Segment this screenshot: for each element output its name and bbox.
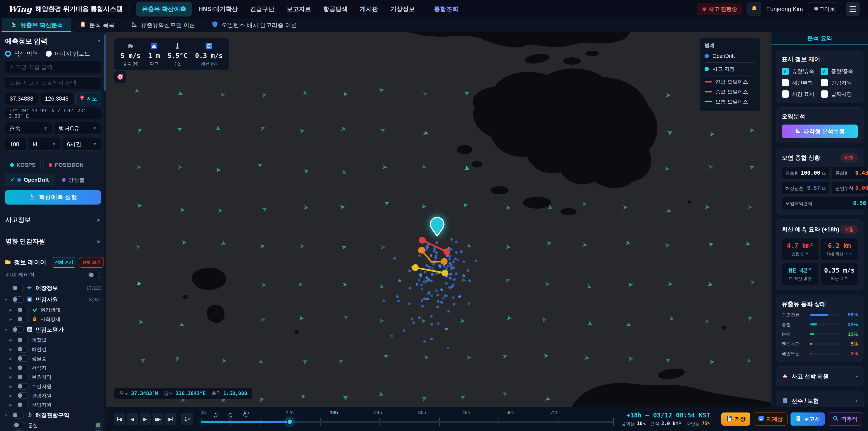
timeline-label-72h[interactable]: 72h — [550, 410, 558, 415]
display-option-풍향/풍속[interactable]: ✓풍향/풍속 — [821, 68, 858, 75]
unit-select[interactable]: kL▼ — [29, 138, 60, 151]
timeline-label-12h[interactable]: 12h — [286, 410, 294, 415]
model-chip-POSEIDON[interactable]: POSEIDON — [43, 159, 89, 171]
menu-item-1[interactable]: HNS·대기확산 — [193, 2, 243, 17]
checkbox-checked-icon[interactable]: ✓ — [821, 68, 828, 75]
tab-2[interactable]: 유출유확산모델 이론 — [123, 18, 203, 32]
duration-select[interactable]: 6시간▼ — [63, 138, 101, 151]
layer-toggle[interactable] — [17, 355, 29, 362]
layer-toggle[interactable] — [12, 326, 24, 333]
playback-speed-button[interactable]: 1× — [181, 413, 193, 425]
layer-toggle[interactable] — [17, 374, 29, 380]
chevron-right-icon[interactable]: ▶ — [9, 357, 14, 361]
logout-button[interactable]: 로그아웃 — [808, 2, 841, 16]
checkbox-icon[interactable] — [821, 79, 828, 86]
menu-item-4[interactable]: 항공탐색 — [318, 2, 353, 17]
timeline-label-60h[interactable]: 60h — [506, 410, 514, 415]
color-swatch-icon[interactable] — [95, 422, 101, 429]
layer-toggle[interactable] — [12, 412, 24, 419]
timeline-thumb[interactable] — [287, 419, 293, 425]
run-prediction-button[interactable]: 확산예측 실행 — [5, 190, 101, 205]
layer-toggle[interactable] — [13, 422, 25, 429]
layer-toggle[interactable] — [17, 316, 29, 322]
checkbox-checked-icon[interactable]: ✓ — [782, 68, 789, 75]
fence-deploy-marker-icon[interactable] — [213, 413, 218, 419]
display-option-유향/유속[interactable]: ✓유향/유속 — [782, 68, 819, 75]
display-option-해안부착[interactable]: 해안부착 — [782, 79, 819, 86]
layer-toggle[interactable] — [17, 392, 29, 399]
menu-item-0[interactable]: 유출유 확산예측 — [136, 2, 192, 17]
menu-item-6[interactable]: 기상정보 — [385, 2, 420, 17]
checkbox-icon[interactable] — [782, 90, 789, 98]
master-layer-toggle[interactable] — [88, 272, 100, 278]
polygon-analysis-button[interactable]: 다각형 분석수행 — [782, 125, 858, 138]
menu-item-2[interactable]: 긴급구난 — [245, 2, 280, 17]
longitude-input[interactable] — [44, 95, 69, 102]
model-chip-OpenDrift[interactable]: ✓OpenDrift — [5, 174, 54, 186]
menu-item-3[interactable]: 보고자료 — [281, 2, 316, 17]
pick-on-map-button[interactable]: 지도 — [75, 92, 101, 105]
timeline-label-18h[interactable]: 18h — [330, 410, 338, 415]
recenter-target-button[interactable] — [114, 71, 126, 83]
skip-start-button[interactable]: ◀ — [114, 413, 125, 425]
skip-end-button[interactable]: ▶ — [165, 413, 176, 425]
color-swatch-icon[interactable] — [95, 430, 101, 431]
timeline-track[interactable]: 0h6h12h18h24h36h48h60h72h — [201, 407, 614, 431]
radio-image-upload[interactable]: 이미지 업로드 — [46, 50, 90, 57]
layer-toggle[interactable] — [17, 346, 29, 352]
보고서-button[interactable]: 보고서 — [790, 412, 825, 426]
layer-toggle[interactable] — [17, 383, 29, 390]
fence-deploy-marker-icon[interactable] — [228, 413, 233, 419]
timeline-label-0h[interactable]: 0h — [200, 410, 206, 415]
layers-all-on-button[interactable]: 전체 켜기 — [52, 257, 76, 268]
timeline-label-36h[interactable]: 36h — [418, 410, 426, 415]
incident-list-input[interactable] — [9, 79, 97, 86]
menu-item-7[interactable]: 통합조회 — [425, 2, 464, 17]
scrollbar-thumb[interactable] — [104, 34, 105, 91]
tab-1[interactable]: 분석 목록 — [71, 18, 123, 32]
play-button[interactable]: ▶ — [140, 413, 151, 425]
spill-type-select[interactable]: 연속▼ — [5, 122, 52, 135]
tab-0[interactable]: 유출유 확산분석 — [2, 18, 71, 32]
chevron-right-icon[interactable]: ▶ — [9, 384, 14, 389]
radio-direct-input[interactable]: 직접 입력 — [5, 50, 38, 57]
incident-name-input[interactable] — [9, 63, 97, 70]
layer-toggle[interactable] — [17, 365, 29, 371]
display-option-민감자원[interactable]: 민감자원 — [821, 79, 858, 86]
chevron-right-icon[interactable]: ▶ — [9, 375, 14, 379]
chevron-right-icon[interactable]: ▶ — [9, 366, 14, 370]
layer-toggle[interactable] — [12, 285, 24, 291]
summary-card-1[interactable]: 선주 / 보험▸ — [776, 391, 864, 407]
tab-3[interactable]: 오일펜스 배치 알고리즘 이론 — [204, 18, 305, 32]
summary-card-0[interactable]: 사고 선박 제원▸ — [776, 366, 864, 386]
model-chip-KOSPS[interactable]: KOSPS — [5, 159, 41, 171]
timeline-label-48h[interactable]: 48h — [462, 410, 470, 415]
chevron-right-icon[interactable]: ▶ — [9, 394, 14, 398]
map-canvas[interactable]: 5 m/s풍속 (N)1 m파고5.5°C수온0.3 m/s해류 (N) 범례 … — [106, 32, 771, 407]
chevron-right-icon[interactable]: ▶ — [9, 338, 14, 342]
chevron-right-icon[interactable]: ▶ — [9, 347, 14, 351]
checkbox-icon[interactable] — [782, 79, 789, 86]
fast-forward-button[interactable]: ▶▶ — [153, 413, 163, 425]
layer-toggle[interactable] — [17, 402, 29, 408]
chevron-down-icon[interactable]: ▼ — [4, 413, 9, 417]
저장-button[interactable]: 저장 — [721, 412, 750, 426]
display-option-날짜시간[interactable]: 날짜시간 — [821, 90, 858, 98]
chevron-right-icon[interactable]: ▶ — [9, 403, 14, 407]
역추적-button[interactable]: 역추적 — [828, 412, 862, 426]
chevron-down-icon[interactable]: ▼ — [4, 298, 9, 302]
timeline-label-24h[interactable]: 24h — [374, 410, 382, 415]
layer-toggle[interactable] — [17, 337, 29, 343]
layer-toggle[interactable] — [17, 307, 29, 313]
sidebar-section-0[interactable]: 사고정보▶ — [0, 209, 106, 231]
menu-item-5[interactable]: 게시판 — [354, 2, 383, 17]
menu-button[interactable] — [846, 2, 860, 16]
prediction-input-header[interactable]: 예측정보 입력 ▼ — [5, 37, 101, 46]
sidebar-section-1[interactable]: 영향 민감자원▶ — [0, 231, 106, 252]
notifications-button[interactable] — [747, 2, 761, 16]
fence-deploy-marker-icon[interactable] — [243, 413, 248, 419]
amount-input[interactable] — [9, 141, 22, 148]
latitude-input[interactable] — [9, 95, 34, 102]
layer-toggle[interactable] — [12, 296, 24, 303]
layers-all-off-button[interactable]: 전체 끄기 — [79, 257, 104, 268]
